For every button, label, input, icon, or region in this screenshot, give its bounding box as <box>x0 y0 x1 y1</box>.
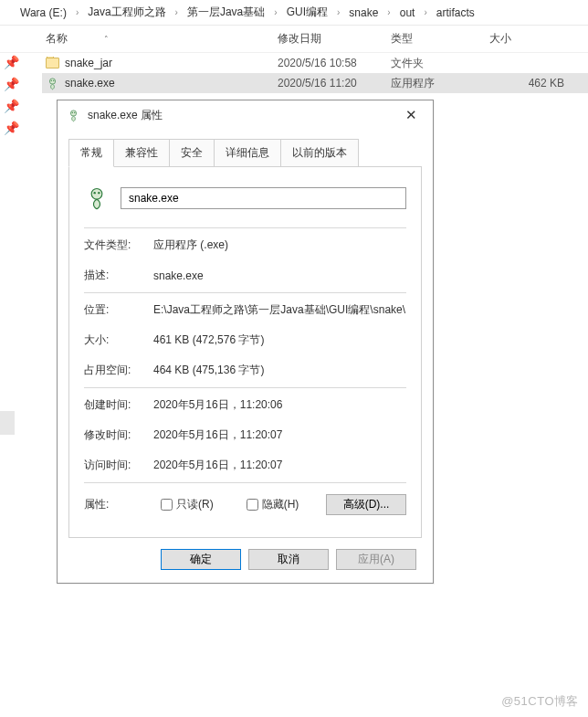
close-button[interactable]: ✕ <box>398 107 424 123</box>
disk-value: 464 KB (475,136 字节) <box>153 363 406 378</box>
location-value: E:\Java工程师之路\第一层Java基础\GUI编程\snake\ <box>153 302 406 318</box>
file-name-cell: snake_jar <box>42 57 274 69</box>
svg-point-5 <box>74 111 75 112</box>
svg-point-3 <box>70 110 76 115</box>
column-date[interactable]: 修改日期 <box>274 31 387 47</box>
readonly-checkbox[interactable]: 只读(R) <box>161 497 214 512</box>
pin-icon: 📌 <box>4 77 19 91</box>
snake-icon <box>46 77 59 90</box>
snake-icon <box>67 109 80 122</box>
properties-dialog: snake.exe 属性 ✕ 常规兼容性安全详细信息以前的版本 文件类型:应用程… <box>57 100 434 584</box>
file-list[interactable]: snake_jar2020/5/16 10:58文件夹snake.exe2020… <box>0 53 588 93</box>
tab-2[interactable]: 安全 <box>169 139 215 167</box>
created-value: 2020年5月16日，11:20:06 <box>153 397 406 413</box>
file-name: snake_jar <box>65 57 112 69</box>
svg-point-2 <box>53 79 54 80</box>
size-label: 大小: <box>84 332 153 348</box>
column-size[interactable]: 大小 <box>486 31 568 47</box>
column-name-label: 名称 <box>46 31 68 47</box>
chevron-right-icon: › <box>331 7 345 17</box>
advanced-button[interactable]: 高级(D)... <box>326 494 406 515</box>
dialog-tabs: 常规兼容性安全详细信息以前的版本 <box>58 130 433 167</box>
column-headers: 名称 ˄ 修改日期 类型 大小 <box>0 26 588 53</box>
created-label: 创建时间: <box>84 397 153 413</box>
attr-label: 属性: <box>84 497 153 512</box>
dialog-title: snake.exe 属性 <box>88 108 398 123</box>
svg-point-4 <box>72 111 73 112</box>
tab-3[interactable]: 详细信息 <box>214 139 281 167</box>
file-date: 2020/5/16 11:20 <box>274 77 387 90</box>
breadcrumb-segment[interactable]: artifacts <box>433 6 478 19</box>
ok-button[interactable]: 确定 <box>161 549 241 570</box>
tab-0[interactable]: 常规 <box>68 139 114 167</box>
pin-icon: 📌 <box>4 55 19 69</box>
desc-value: snake.exe <box>153 269 406 282</box>
readonly-label: 只读(R) <box>176 497 214 512</box>
breadcrumb-segment[interactable]: Wara (E:) <box>16 6 70 19</box>
tab-1[interactable]: 兼容性 <box>113 139 170 167</box>
file-row[interactable]: snake_jar2020/5/16 10:58文件夹 <box>42 53 588 73</box>
svg-point-1 <box>51 79 52 80</box>
pin-icon: 📌 <box>4 121 19 135</box>
pin-icon: 📌 <box>4 99 19 113</box>
accessed-value: 2020年5月16日，11:20:07 <box>153 458 406 473</box>
tab-4[interactable]: 以前的版本 <box>280 139 359 167</box>
folder-icon <box>46 58 59 69</box>
svg-point-6 <box>91 189 102 200</box>
tab-general-pane: 文件类型:应用程序 (.exe) 描述:snake.exe 位置:E:\Java… <box>68 166 422 538</box>
chevron-right-icon: › <box>382 7 395 17</box>
chevron-right-icon: › <box>268 7 282 17</box>
svg-point-0 <box>49 78 55 83</box>
chevron-right-icon: › <box>170 7 184 17</box>
breadcrumb[interactable]: Wara (E:)›Java工程师之路›第一层Java基础›GUI编程›snak… <box>0 0 588 26</box>
snake-icon <box>84 185 110 211</box>
svg-point-8 <box>98 192 100 194</box>
quick-access-pins: 📌 📌 📌 📌 <box>4 55 19 135</box>
breadcrumb-segment[interactable]: Java工程师之路 <box>84 5 169 20</box>
cancel-button[interactable]: 取消 <box>248 549 329 570</box>
hidden-label: 隐藏(H) <box>262 497 299 512</box>
desc-label: 描述: <box>84 268 153 283</box>
filename-input[interactable] <box>121 187 406 209</box>
breadcrumb-segment[interactable]: out <box>396 6 419 19</box>
file-row[interactable]: snake.exe2020/5/16 11:20应用程序462 KB <box>42 73 588 93</box>
breadcrumb-segment[interactable]: 第一层Java基础 <box>184 5 268 20</box>
modified-value: 2020年5月16日，11:20:07 <box>153 427 406 443</box>
disk-label: 占用空间: <box>84 363 153 378</box>
file-date: 2020/5/16 10:58 <box>274 57 387 69</box>
size-value: 461 KB (472,576 字节) <box>153 332 406 348</box>
breadcrumb-segment[interactable]: snake <box>345 6 382 19</box>
file-name-cell: snake.exe <box>42 77 274 90</box>
breadcrumb-segment[interactable]: GUI编程 <box>283 5 331 20</box>
column-name[interactable]: 名称 ˄ <box>42 31 274 47</box>
svg-point-7 <box>94 192 96 194</box>
file-type: 文件夹 <box>387 56 486 71</box>
watermark: @51CTO博客 <box>501 693 579 710</box>
file-type: 应用程序 <box>387 76 486 91</box>
filetype-label: 文件类型: <box>84 237 153 253</box>
column-type[interactable]: 类型 <box>387 31 486 47</box>
dialog-titlebar[interactable]: snake.exe 属性 ✕ <box>58 100 433 130</box>
modified-label: 修改时间: <box>84 427 153 443</box>
chevron-right-icon: › <box>70 7 84 17</box>
dialog-actions: 确定 取消 应用(A) <box>58 538 433 583</box>
chevron-right-icon: › <box>418 7 432 17</box>
file-size: 462 KB <box>486 77 568 90</box>
apply-button[interactable]: 应用(A) <box>336 549 416 570</box>
accessed-label: 访问时间: <box>84 458 153 473</box>
filetype-value: 应用程序 (.exe) <box>153 237 406 253</box>
nav-edge <box>0 411 15 435</box>
hidden-checkbox[interactable]: 隐藏(H) <box>247 497 299 512</box>
file-name: snake.exe <box>65 77 115 90</box>
sort-indicator-icon: ˄ <box>104 35 109 44</box>
location-label: 位置: <box>84 302 153 318</box>
